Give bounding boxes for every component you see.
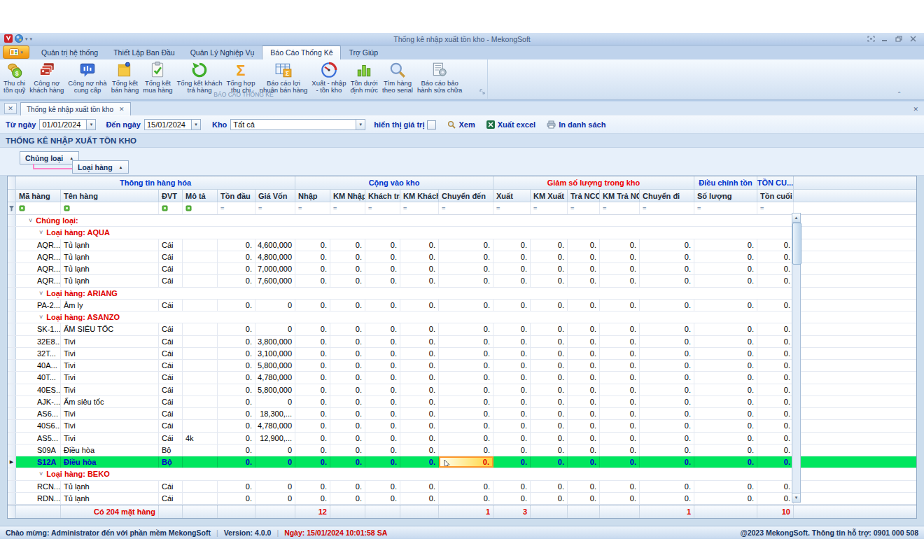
warehouse-select[interactable] — [230, 119, 356, 130]
grid-cell[interactable] — [183, 239, 218, 251]
grid-cell[interactable] — [183, 408, 218, 419]
scrollbar-thumb[interactable] — [792, 223, 802, 265]
grid-cell[interactable]: 0. — [694, 348, 757, 359]
grid-cell[interactable]: 0. — [400, 275, 439, 286]
ribbon-tab[interactable]: Trợ Giúp — [341, 46, 386, 59]
grid-cell[interactable]: 0. — [531, 239, 568, 251]
grid-cell[interactable]: 0. — [218, 263, 255, 274]
grid-cell[interactable]: 0. — [493, 372, 531, 383]
grid-cell[interactable]: 0. — [568, 348, 600, 359]
grid-cell[interactable]: 0. — [400, 444, 439, 456]
filter-cell[interactable] — [183, 202, 218, 214]
grid-cell[interactable]: 0. — [568, 360, 600, 371]
grid-cell[interactable]: 0. — [757, 239, 794, 251]
filter-cell[interactable] — [16, 202, 61, 214]
grid-cell[interactable]: 0. — [640, 348, 694, 359]
grid-cell[interactable]: 0. — [493, 263, 531, 274]
grid-cell[interactable]: 0. — [531, 493, 568, 504]
grid-cell[interactable]: 0. — [218, 456, 255, 468]
grid-cell[interactable]: Tivi — [61, 408, 159, 419]
grid-cell[interactable] — [183, 263, 218, 274]
grid-cell[interactable]: 0. — [218, 408, 255, 419]
filter-cell[interactable]: = — [694, 202, 757, 214]
grid-cell[interactable]: 0. — [757, 420, 794, 431]
grid-cell[interactable]: 0. — [295, 396, 330, 407]
ribbon-item[interactable]: ΣBáo cáo lợi nhuận bán hàng — [258, 61, 310, 94]
grid-cell[interactable]: 0. — [757, 456, 794, 468]
table-row[interactable]: AQR...Tủ lạnhCái0.7,000,0000.0.0.0.0.0.0… — [8, 263, 916, 275]
grid-cell[interactable]: 0. — [640, 396, 694, 407]
grid-cell[interactable]: 4k — [183, 433, 218, 444]
grid-cell[interactable]: 0. — [365, 433, 400, 444]
table-row[interactable]: 40S6...TiviCái0.4,780,0000.0.0.0.0.0.0.0… — [8, 420, 916, 432]
table-row[interactable]: S09AĐiều hòaBộ0.00.0.0.0.0.0.0.0.0.0.0.0… — [8, 444, 916, 456]
grid-cell[interactable]: Cái — [159, 481, 183, 492]
grid-cell[interactable]: 0. — [330, 493, 365, 504]
grid-cell[interactable]: 0. — [694, 493, 757, 504]
grid-cell[interactable]: 0. — [218, 323, 255, 335]
grid-cell[interactable]: S12A — [16, 456, 61, 468]
grid-cell[interactable]: 0. — [295, 408, 330, 419]
table-row[interactable]: RCN...Tủ lạnhCái0.00.0.0.0.0.0.0.0.0.0.0… — [8, 481, 916, 493]
grid-cell[interactable]: 0. — [295, 481, 330, 492]
ribbon-item[interactable]: Báo cáo bảo hành sửa chữa — [415, 61, 464, 94]
grid-cell[interactable]: 0. — [600, 456, 640, 468]
grid-cell[interactable]: Tivi — [61, 372, 159, 383]
grid-cell[interactable]: 0. — [295, 336, 330, 347]
grid-cell[interactable]: Tủ lạnh — [61, 251, 159, 262]
grid-cell[interactable]: 0. — [365, 444, 400, 456]
ribbon-tab[interactable]: Báo Cáo Thống Kê — [262, 46, 341, 59]
grid-cell[interactable]: 0. — [218, 444, 255, 456]
grid-cell[interactable]: Tivi — [61, 348, 159, 359]
grid-cell[interactable]: 0. — [218, 420, 255, 431]
grid-cell[interactable]: 0. — [439, 323, 493, 335]
filter-cell[interactable]: = — [600, 202, 640, 214]
grid-cell[interactable]: 0. — [757, 372, 794, 383]
grid-cell[interactable]: SK-1... — [16, 323, 61, 335]
grid-cell[interactable]: 0 — [255, 323, 295, 335]
grid-cell[interactable]: 0. — [330, 384, 365, 396]
grid-cell[interactable]: 0. — [400, 408, 439, 419]
grid-cell[interactable] — [183, 348, 218, 359]
fullscreen-icon[interactable] — [867, 36, 875, 42]
group-row[interactable]: ˅Loại hàng: BEKO — [8, 468, 916, 480]
grid-cell[interactable]: 0. — [365, 360, 400, 371]
table-row[interactable]: AQR...Tủ lạnhCái0.7,600,0000.0.0.0.0.0.0… — [8, 275, 916, 287]
grid-cell[interactable]: 0. — [439, 300, 493, 311]
table-row[interactable]: 32E8...TiviCái0.3,800,0000.0.0.0.0.0.0.0… — [8, 336, 916, 348]
grid-cell[interactable]: Tủ lạnh — [61, 239, 159, 251]
grid-cell[interactable]: 18,300,... — [255, 408, 295, 419]
grid-cell[interactable] — [183, 396, 218, 407]
grid-cell[interactable] — [183, 481, 218, 492]
grid-cell[interactable]: 12,900,... — [255, 433, 295, 444]
grid-cell[interactable]: Cái — [159, 300, 183, 311]
table-row[interactable]: 40ES...TiviCái0.5,800,0000.0.0.0.0.0.0.0… — [8, 384, 916, 396]
grid-cell[interactable]: 0. — [330, 408, 365, 419]
grid-cell[interactable]: 0. — [365, 251, 400, 262]
grid-cell[interactable]: AQR... — [16, 251, 61, 262]
grid-cell[interactable]: 0. — [295, 372, 330, 383]
grid-cell[interactable]: 0. — [439, 336, 493, 347]
grid-cell[interactable]: 0. — [295, 323, 330, 335]
ribbon-item[interactable]: Tồn dưới định mức — [348, 61, 380, 94]
ribbon-tab[interactable]: Quản trị hệ thống — [34, 46, 106, 59]
ribbon-item[interactable]: Tìm hàng theo serial — [380, 61, 415, 94]
grid-cell[interactable]: 0. — [694, 481, 757, 492]
grid-cell[interactable]: 0. — [295, 456, 330, 468]
grid-cell[interactable]: 0. — [568, 336, 600, 347]
chevron-down-icon[interactable]: ˅ — [39, 314, 43, 321]
v-logo-icon[interactable] — [4, 33, 13, 46]
print-list-button[interactable]: In danh sách — [547, 120, 606, 129]
grid-cell[interactable]: 32T... — [16, 348, 61, 359]
grid-cell[interactable]: 0. — [600, 444, 640, 456]
grid-cell[interactable]: Tivi — [61, 384, 159, 396]
grid-cell[interactable]: 40S6... — [16, 420, 61, 431]
grid-cell[interactable]: 0. — [439, 408, 493, 419]
grid-cell[interactable]: 0. — [439, 384, 493, 396]
grid-cell[interactable]: Cái — [159, 323, 183, 335]
grid-cell[interactable]: S09A — [16, 444, 61, 456]
grid-cell[interactable]: 0. — [568, 444, 600, 456]
column-header[interactable]: Mô tả — [183, 190, 218, 202]
toolbar-options-chevron-icon[interactable]: ▾ — [30, 36, 33, 42]
grid-cell[interactable]: 0. — [600, 396, 640, 407]
